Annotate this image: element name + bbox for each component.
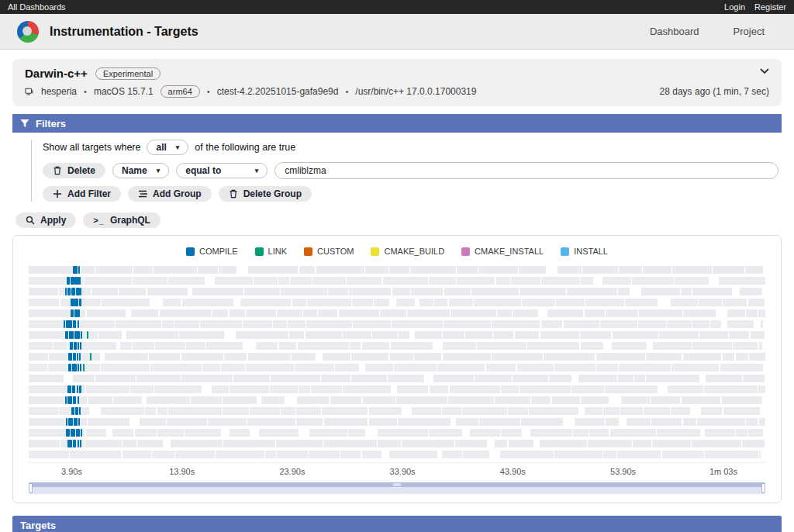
gantt-segment-compile[interactable] — [79, 299, 81, 306]
gantt-segment-compile[interactable] — [79, 353, 81, 361]
gantt-segment-compile[interactable] — [75, 407, 78, 415]
gantt-segment-compile[interactable] — [73, 440, 77, 447]
gantt-segment-compile[interactable] — [80, 364, 81, 371]
gantt-row[interactable] — [29, 288, 765, 295]
gantt-segment-link[interactable] — [87, 331, 88, 339]
gantt-segment-compile[interactable] — [68, 418, 74, 426]
gantt-row[interactable] — [29, 375, 765, 382]
gantt-segment-compile[interactable] — [78, 418, 80, 426]
gantt-row[interactable] — [29, 331, 765, 339]
gantt-row[interactable] — [29, 396, 765, 404]
gantt-segment-compile[interactable] — [78, 396, 79, 404]
gantt-segment-compile[interactable] — [71, 288, 74, 295]
gantt-segment-compile[interactable] — [78, 342, 79, 350]
gantt-segment-compile[interactable] — [78, 309, 80, 317]
gantt-row[interactable] — [29, 342, 765, 350]
gantt-segment-link[interactable] — [90, 353, 91, 361]
gantt-segment-compile[interactable] — [74, 299, 78, 306]
all-dashboards-link[interactable]: All Dashboards — [8, 2, 66, 12]
gantt-segment-compile[interactable] — [77, 353, 78, 361]
gantt-segment-compile[interactable] — [74, 331, 80, 339]
gantt-segment-compile[interactable] — [67, 277, 70, 285]
gantt-segment-compile[interactable] — [80, 288, 81, 295]
gantt-segment-compile[interactable] — [64, 320, 65, 328]
gantt-segment-compile[interactable] — [78, 364, 79, 371]
gantt-segment-compile[interactable] — [70, 342, 73, 350]
gantt-segment-compile[interactable] — [65, 396, 67, 404]
delete-group-button[interactable]: Delete Group — [219, 186, 312, 202]
gantt-row[interactable] — [29, 407, 765, 415]
gantt-segment-compile[interactable] — [67, 288, 71, 295]
gantt-segment-compile[interactable] — [71, 407, 74, 415]
gantt-segment-compile[interactable] — [78, 320, 80, 328]
gantt-segment-compile[interactable] — [81, 429, 82, 437]
add-filter-button[interactable]: Add Filter — [43, 186, 121, 202]
gantt-segment-compile[interactable] — [67, 440, 72, 447]
gantt-segment-compile[interactable] — [71, 299, 74, 306]
slider-handle-left[interactable] — [29, 483, 33, 493]
gantt-row[interactable] — [29, 418, 765, 426]
gantt-segment-compile[interactable] — [79, 407, 81, 415]
gantt-segment-compile[interactable] — [78, 277, 81, 285]
gantt-row[interactable] — [29, 429, 765, 437]
gantt-segment-compile[interactable] — [65, 331, 68, 339]
gantt-segment-compile[interactable] — [74, 342, 77, 350]
gantt-segment-compile[interactable] — [78, 440, 79, 447]
combine-select[interactable]: all ▾ — [147, 140, 188, 155]
gantt-segment-compile[interactable] — [79, 385, 81, 393]
gantt-segment-compile[interactable] — [66, 418, 67, 426]
gantt-row[interactable] — [29, 299, 765, 306]
gantt-segment-compile[interactable] — [74, 309, 78, 317]
gantt-segment-compile[interactable] — [80, 342, 81, 350]
gantt-segment-compile[interactable] — [78, 266, 80, 274]
gantt-segment-compile[interactable] — [80, 440, 81, 447]
gantt-segment-compile[interactable] — [76, 429, 80, 437]
gantt-row[interactable] — [29, 277, 765, 285]
nav-dashboard[interactable]: Dashboard — [650, 26, 699, 37]
gantt-segment-compile[interactable] — [74, 277, 78, 285]
slider-track-selected[interactable] — [29, 482, 765, 487]
gantt-row[interactable] — [29, 353, 765, 361]
add-group-button[interactable]: Add Group — [128, 186, 212, 202]
gantt-segment-compile[interactable] — [73, 353, 76, 361]
gantt-segment-compile[interactable] — [66, 320, 72, 328]
gantt-segment-compile[interactable] — [72, 385, 75, 393]
gantt-segment-compile[interactable] — [81, 331, 82, 339]
slider-handle-right[interactable] — [761, 483, 765, 493]
gantt-segment-compile[interactable] — [72, 364, 77, 371]
gantt-segment-compile[interactable] — [77, 385, 78, 393]
register-link[interactable]: Register — [754, 2, 786, 12]
gantt-segment-compile[interactable] — [65, 288, 67, 295]
apply-button[interactable]: Apply — [16, 212, 76, 228]
gantt-segment-compile[interactable] — [69, 331, 74, 339]
gantt-segment-compile[interactable] — [74, 418, 78, 426]
gantt-segment-compile[interactable] — [76, 288, 80, 295]
gantt-row[interactable] — [29, 309, 765, 317]
gantt-row[interactable] — [29, 440, 765, 447]
gantt-segment-compile[interactable] — [66, 429, 70, 437]
gantt-segment-compile[interactable] — [68, 364, 72, 371]
gantt-segment-link[interactable] — [83, 364, 85, 371]
gantt-row[interactable] — [29, 266, 765, 274]
range-slider[interactable] — [29, 482, 765, 494]
slider-track[interactable] — [29, 487, 765, 494]
operator-select[interactable]: equal to ▾ — [176, 163, 268, 178]
gantt-segment-compile[interactable] — [67, 396, 73, 404]
delete-filter-button[interactable]: Delete — [43, 163, 105, 178]
gantt-row[interactable] — [29, 320, 765, 328]
chevron-down-icon[interactable] — [760, 68, 769, 74]
gantt-row[interactable] — [29, 385, 765, 393]
gantt-segment-compile[interactable] — [71, 429, 75, 437]
login-link[interactable]: Login — [724, 2, 745, 12]
gantt-row[interactable] — [29, 451, 765, 458]
gantt-segment-compile[interactable] — [73, 396, 76, 404]
graphql-button[interactable]: >_ GraphQL — [83, 212, 161, 228]
nav-project[interactable]: Project — [734, 26, 765, 37]
gantt-segment-compile[interactable] — [67, 385, 71, 393]
filter-value-input[interactable] — [274, 162, 778, 179]
gantt-segment-compile[interactable] — [71, 277, 74, 285]
gantt-segment-compile[interactable] — [71, 309, 74, 317]
gantt-segment-compile[interactable] — [73, 266, 78, 274]
gantt-segment-compile[interactable] — [73, 320, 77, 328]
gantt-row[interactable] — [29, 364, 765, 371]
